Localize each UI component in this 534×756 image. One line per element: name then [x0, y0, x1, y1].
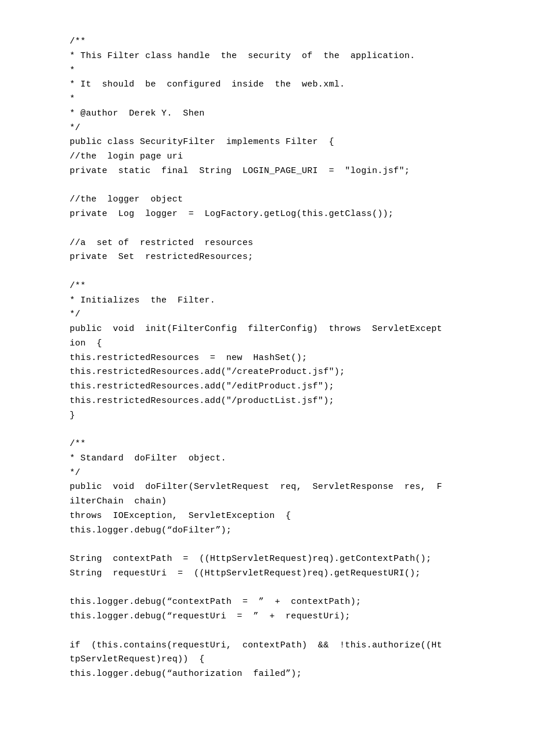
code-content: /** * This Filter class handle the secur…: [70, 35, 464, 682]
